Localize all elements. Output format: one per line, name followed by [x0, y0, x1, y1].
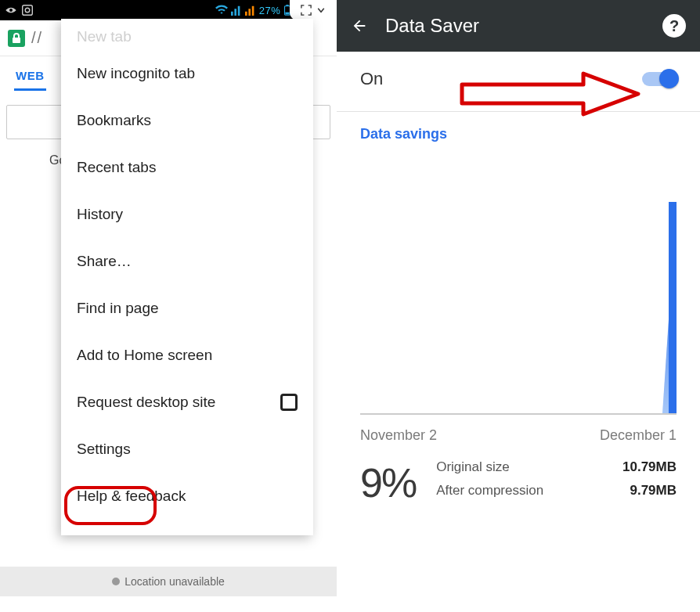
date-end: December 1	[600, 427, 677, 444]
svg-rect-2	[287, 5, 290, 6]
menu-recent-tabs[interactable]: Recent tabs	[61, 144, 313, 191]
lock-icon	[8, 30, 25, 47]
menu-request-desktop[interactable]: Request desktop site	[61, 379, 313, 426]
checkbox-icon[interactable]	[280, 394, 298, 411]
menu-history[interactable]: History	[61, 191, 313, 238]
location-text: Location unavailable	[124, 575, 225, 588]
toggle-row: On	[337, 52, 700, 112]
browser-menu: New tab New incognito tab Bookmarks Rece…	[61, 19, 313, 535]
location-banner: Location unavailable	[0, 567, 337, 596]
eye-icon	[5, 5, 17, 15]
svg-rect-4	[13, 38, 20, 43]
help-icon[interactable]: ?	[662, 14, 686, 38]
left-screenshot: 27% 5:56 PM // WEB Go Location unavailab…	[0, 0, 337, 612]
orig-size-value: 10.79MB	[622, 459, 677, 475]
data-savings-label[interactable]: Data savings	[337, 112, 700, 146]
svg-rect-0	[23, 5, 33, 16]
menu-incognito[interactable]: New incognito tab	[61, 50, 313, 97]
right-screenshot: Data Saver ? On Data savings November 2 …	[337, 0, 700, 612]
after-label: After compression	[436, 483, 599, 499]
expand-icon	[301, 5, 312, 16]
tab-web[interactable]: WEB	[14, 61, 46, 91]
wifi-icon	[215, 5, 228, 16]
sync-icon	[22, 5, 33, 16]
battery-percent: 27%	[259, 5, 281, 16]
url-text: //	[31, 29, 43, 47]
savings-percent: 9%	[360, 459, 416, 506]
date-start: November 2	[360, 427, 437, 444]
back-arrow-icon[interactable]	[351, 17, 368, 34]
page-title: Data Saver	[385, 15, 479, 37]
screenshot-toolbar	[290, 0, 337, 20]
toggle-label: On	[360, 69, 383, 89]
menu-find-in-page[interactable]: Find in page	[61, 285, 313, 332]
data-saver-toggle[interactable]	[642, 72, 677, 86]
menu-settings[interactable]: Settings	[61, 426, 313, 473]
menu-add-home[interactable]: Add to Home screen	[61, 332, 313, 379]
menu-request-desktop-label: Request desktop site	[77, 394, 215, 411]
signal2-icon	[245, 5, 256, 16]
dot-icon	[112, 578, 120, 585]
data-saver-header: Data Saver ?	[337, 0, 700, 52]
chart-dates: November 2 December 1	[337, 419, 700, 444]
signal-icon	[231, 5, 242, 16]
menu-new-tab[interactable]: New tab	[61, 22, 313, 50]
stats-grid: Original size 10.79MB After compression …	[436, 459, 677, 499]
status-bar: 27% 5:56 PM	[0, 0, 337, 20]
savings-chart	[360, 157, 677, 415]
orig-size-label: Original size	[436, 459, 599, 475]
menu-bookmarks[interactable]: Bookmarks	[61, 97, 313, 144]
menu-share[interactable]: Share…	[61, 238, 313, 285]
after-value: 9.79MB	[622, 483, 677, 499]
menu-help[interactable]: Help & feedback	[61, 473, 313, 520]
chevron-down-icon	[316, 5, 326, 15]
